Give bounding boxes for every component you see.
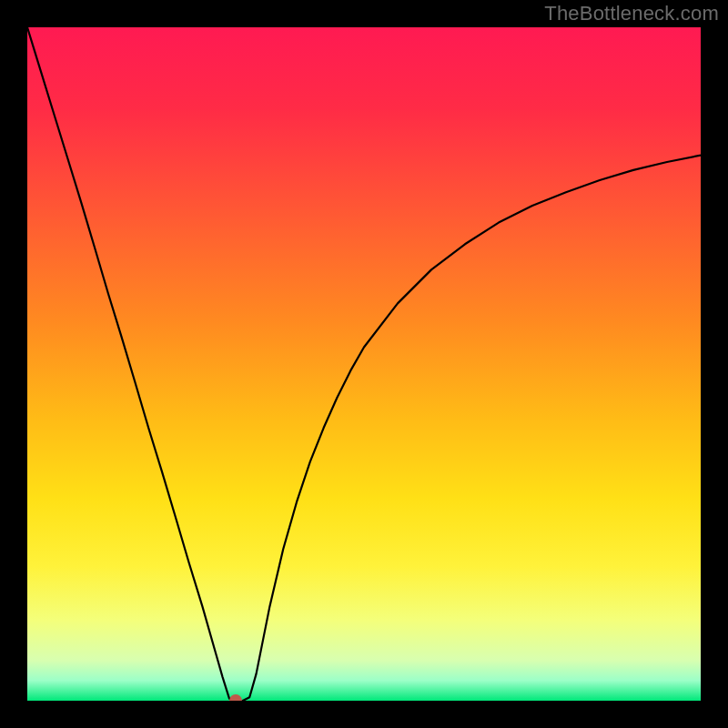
- bottleneck-curve-path: [27, 27, 701, 701]
- watermark-label: TheBottleneck.com: [544, 2, 719, 25]
- curve-minimum-marker: [229, 694, 242, 701]
- plot-area: [27, 27, 701, 701]
- chart-frame: TheBottleneck.com: [0, 0, 728, 728]
- curve-layer: [27, 27, 701, 701]
